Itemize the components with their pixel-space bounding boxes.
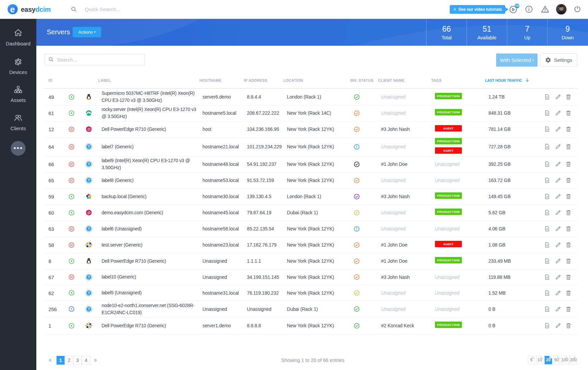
svg-text:?: ?	[88, 291, 90, 295]
svg-text:e: e	[10, 4, 15, 14]
svg-text:?: ?	[88, 307, 90, 311]
svg-text:?: ?	[88, 275, 90, 279]
svg-text:?: ?	[88, 179, 90, 182]
svg-text:?: ?	[71, 307, 73, 311]
svg-text:?: ?	[88, 145, 90, 149]
svg-text:?: ?	[88, 162, 90, 166]
svg-text:?: ?	[88, 227, 90, 231]
